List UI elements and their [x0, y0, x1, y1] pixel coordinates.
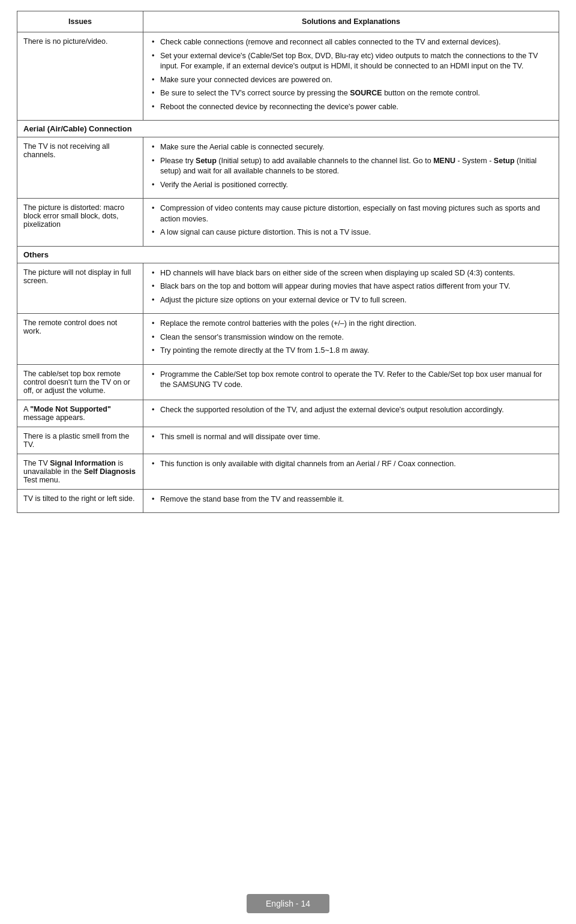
list-item: HD channels will have black bars on eith… [149, 268, 553, 279]
list-item: Clean the sensor's transmission window o… [149, 332, 553, 343]
page-wrapper: Issues Solutions and Explanations There … [0, 0, 576, 561]
col-header-issues: Issues [17, 11, 143, 32]
solution-list: Make sure the Aerial cable is connected … [149, 142, 553, 190]
table-row: The picture is distorted: macro block er… [17, 199, 559, 247]
main-table: Issues Solutions and Explanations There … [17, 11, 559, 513]
issue-cell: A "Mode Not Supported" message appears. [17, 400, 143, 427]
footer-label: English - 14 [247, 894, 329, 913]
table-row: TV is tilted to the right or left side.R… [17, 489, 559, 513]
table-row: The remote control does not work.Replace… [17, 314, 559, 365]
list-item: Be sure to select the TV's correct sourc… [149, 88, 553, 99]
solution-cell: This smell is normal and will dissipate … [143, 427, 559, 454]
table-row: There is no picture/video.Check cable co… [17, 32, 559, 121]
list-item: Adjust the picture size options on your … [149, 295, 553, 306]
list-item: Replace the remote control batteries wit… [149, 319, 553, 329]
issue-cell: TV is tilted to the right or left side. [17, 489, 143, 513]
solution-list: Replace the remote control batteries wit… [149, 319, 553, 356]
issue-cell: The remote control does not work. [17, 314, 143, 365]
solution-cell: Check cable connections (remove and reco… [143, 32, 559, 121]
list-item: Please try Setup (Initial setup) to add … [149, 156, 553, 177]
solution-cell: HD channels will have black bars on eith… [143, 263, 559, 314]
list-item: This smell is normal and will dissipate … [149, 432, 553, 443]
list-item: Compression of video contents may cause … [149, 203, 553, 224]
table-row: A "Mode Not Supported" message appears.C… [17, 400, 559, 427]
solution-list: This function is only available with dig… [149, 459, 553, 470]
section-header-row: Others [17, 246, 559, 263]
issue-cell: There is a plastic smell from the TV. [17, 427, 143, 454]
list-item: This function is only available with dig… [149, 459, 553, 470]
issue-cell: The cable/set top box remote control doe… [17, 364, 143, 400]
list-item: Check cable connections (remove and reco… [149, 37, 553, 48]
issue-cell: The TV is not receiving all channels. [17, 137, 143, 199]
list-item: A low signal can cause picture distortio… [149, 227, 553, 238]
section-header-row: Aerial (Air/Cable) Connection [17, 121, 559, 137]
solution-list: Check the supported resolution of the TV… [149, 405, 553, 416]
issue-cell: The picture will not display in full scr… [17, 263, 143, 314]
col-header-solutions: Solutions and Explanations [143, 11, 559, 32]
solution-cell: Make sure the Aerial cable is connected … [143, 137, 559, 199]
list-item: Try pointing the remote directly at the … [149, 346, 553, 356]
issue-cell: The picture is distorted: macro block er… [17, 199, 143, 247]
solution-cell: Remove the stand base from the TV and re… [143, 489, 559, 513]
issue-cell: There is no picture/video. [17, 32, 143, 121]
solution-list: HD channels will have black bars on eith… [149, 268, 553, 306]
section-header-cell: Aerial (Air/Cable) Connection [17, 121, 559, 137]
solution-cell: This function is only available with dig… [143, 454, 559, 489]
solution-cell: Compression of video contents may cause … [143, 199, 559, 247]
list-item: Set your external device's (Cable/Set to… [149, 51, 553, 72]
list-item: Make sure the Aerial cable is connected … [149, 142, 553, 153]
solution-list: Remove the stand base from the TV and re… [149, 494, 553, 505]
list-item: Black bars on the top and bottom will ap… [149, 281, 553, 292]
solution-list: This smell is normal and will dissipate … [149, 432, 553, 443]
list-item: Remove the stand base from the TV and re… [149, 494, 553, 505]
issue-cell: The TV Signal Information is unavailable… [17, 454, 143, 489]
solution-cell: Programme the Cable/Set top box remote c… [143, 364, 559, 400]
solution-cell: Check the supported resolution of the TV… [143, 400, 559, 427]
list-item: Check the supported resolution of the TV… [149, 405, 553, 416]
list-item: Make sure your connected devices are pow… [149, 75, 553, 86]
table-row: The TV Signal Information is unavailable… [17, 454, 559, 489]
table-row: The picture will not display in full scr… [17, 263, 559, 314]
solution-list: Compression of video contents may cause … [149, 203, 553, 238]
list-item: Verify the Aerial is positioned correctl… [149, 180, 553, 191]
list-item: Reboot the connected device by reconnect… [149, 102, 553, 113]
section-header-cell: Others [17, 246, 559, 263]
table-row: There is a plastic smell from the TV.Thi… [17, 427, 559, 454]
table-row: The cable/set top box remote control doe… [17, 364, 559, 400]
list-item: Programme the Cable/Set top box remote c… [149, 370, 553, 391]
solution-cell: Replace the remote control batteries wit… [143, 314, 559, 365]
solution-list: Check cable connections (remove and reco… [149, 37, 553, 112]
solution-list: Programme the Cable/Set top box remote c… [149, 370, 553, 391]
table-row: The TV is not receiving all channels.Mak… [17, 137, 559, 199]
